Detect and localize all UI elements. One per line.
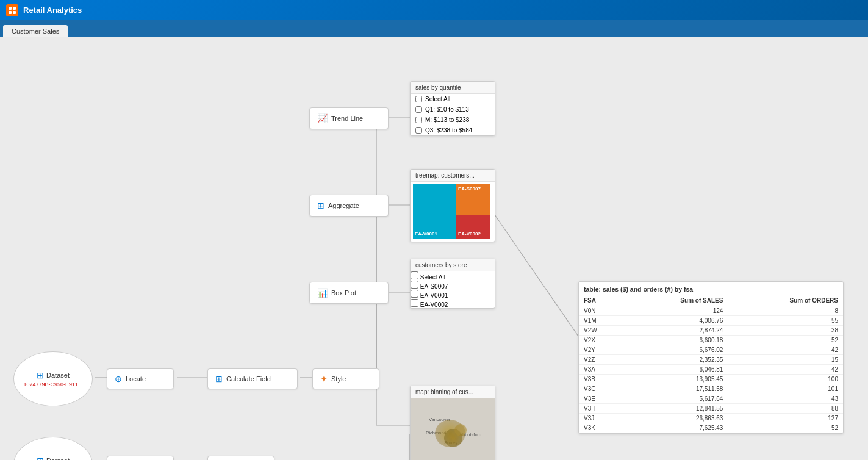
cell-orders: 101: [728, 384, 843, 394]
cell-fsa: V1M: [579, 316, 624, 326]
quantile-filter-q1[interactable]: Q1: $10 to $113: [411, 104, 495, 115]
cell-sales: 5,617.64: [624, 394, 728, 404]
customers-filter-v0001[interactable]: EA-V0001: [411, 290, 495, 299]
quantile-label-q1: Q1: $10 to $113: [425, 106, 469, 113]
customers-cb-v0001[interactable]: [411, 290, 418, 298]
node-aggregate[interactable]: ⊞ Aggregate: [309, 195, 389, 217]
table-row: V3E 5,617.64 43: [579, 394, 843, 404]
table-row: V2W 2,874.24 38: [579, 326, 843, 336]
quantile-cb-q3[interactable]: [415, 127, 422, 134]
trendline-icon: 📈: [317, 113, 328, 123]
node-locate1[interactable]: ⊕ Locate: [107, 368, 174, 389]
panel-table-title: table: sales ($) and orders (#) by fsa: [579, 282, 843, 295]
cell-sales: 2,874.24: [624, 326, 728, 336]
quantile-filter-q3[interactable]: Q3: $238 to $584: [411, 125, 495, 135]
cell-orders: 42: [728, 345, 843, 355]
dataset1-label: Dataset: [46, 372, 70, 379]
cell-fsa: V3K: [579, 423, 624, 433]
app-header: Retail Analytics: [0, 0, 868, 20]
cell-sales: 6,046.81: [624, 365, 728, 375]
node-box-plot[interactable]: 📊 Box Plot: [309, 282, 389, 304]
svg-rect-1: [13, 7, 16, 10]
treemap-cell-s0007[interactable]: EA-S0007: [456, 184, 490, 215]
svg-rect-0: [9, 7, 12, 10]
cell-fsa: V2W: [579, 326, 624, 336]
table-row: V3A 6,046.81 42: [579, 365, 843, 375]
quantile-cb-q1[interactable]: [415, 106, 422, 113]
table-row: V3B 13,905.45 100: [579, 375, 843, 384]
cell-orders: 55: [728, 316, 843, 326]
table-row: V3K 7,625.43 52: [579, 423, 843, 433]
cell-orders: 43: [728, 394, 843, 404]
cell-sales: 2,352.35: [624, 355, 728, 365]
node-locate2[interactable]: ⊕ Locate: [107, 456, 174, 460]
quantile-cb-m[interactable]: [415, 117, 422, 123]
calc-icon: ⊞: [215, 374, 223, 384]
panel-treemap-title: treemap: customers...: [411, 170, 495, 182]
cell-sales: 6,676.02: [624, 345, 728, 355]
table-row: V2X 6,600.18 52: [579, 336, 843, 345]
customers-cb-s0007[interactable]: [411, 281, 418, 289]
app-title: Retail Analytics: [23, 5, 82, 15]
panel-customers: customers by store Select All EA-S0007 E…: [410, 259, 495, 309]
cell-sales: 13,905.45: [624, 375, 728, 384]
tab-bar: Customer Sales: [0, 20, 868, 37]
customers-cb-v0002[interactable]: [411, 299, 418, 307]
main-canvas: ⊞ Dataset 1074779B-C950-E911... ⊕ Locate…: [0, 37, 868, 460]
dataset2-icon: ⊞: [37, 456, 44, 460]
panel-map: map: binning of cus... Vancouver Richmon…: [410, 386, 495, 460]
cell-sales: 12,841.55: [624, 404, 728, 414]
table-row: V3J 26,863.63 127: [579, 414, 843, 423]
cell-fsa: V3B: [579, 375, 624, 384]
dataset1-sublabel: 1074779B-C950-E911...: [21, 381, 85, 387]
cell-fsa: V2Y: [579, 345, 624, 355]
customers-filter-select-all[interactable]: Select All: [411, 271, 495, 281]
table-row: V2Z 2,352.35 15: [579, 355, 843, 365]
panel-customers-title: customers by store: [411, 259, 495, 271]
customers-filter-v0002[interactable]: EA-V0002: [411, 299, 495, 308]
quantile-cb-select-all[interactable]: [415, 96, 422, 102]
quantile-label-m: M: $113 to $238: [425, 117, 469, 123]
table-row: V0N 124 8: [579, 306, 843, 316]
app-logo: [6, 4, 18, 16]
cell-orders: 127: [728, 414, 843, 423]
style1-icon: ✦: [320, 374, 328, 384]
node-trend-line[interactable]: 📈 Trend Line: [309, 107, 389, 129]
tab-customer-sales[interactable]: Customer Sales: [3, 25, 68, 37]
node-dataset1[interactable]: ⊞ Dataset 1074779B-C950-E911...: [13, 351, 93, 406]
map-visualization: Vancouver Richmond Surrey Abbotsford: [411, 398, 495, 460]
quantile-filter-m[interactable]: M: $113 to $238: [411, 115, 495, 125]
customers-label-v0002: EA-V0002: [420, 301, 448, 308]
dataset2-label: Dataset: [46, 457, 70, 460]
cell-orders: 38: [728, 326, 843, 336]
treemap-cell-v0002[interactable]: EA-V0002: [456, 215, 490, 239]
col-sales: Sum of SALES: [624, 295, 728, 306]
boxplot-icon: 📊: [317, 288, 328, 298]
cell-sales: 6,600.18: [624, 336, 728, 345]
treemap-cell-v0001[interactable]: EA-V0001: [413, 184, 456, 239]
node-dataset2[interactable]: ⊞ Dataset 0F74779B-C950-E911...: [13, 437, 93, 460]
panel-treemap: treemap: customers... EA-V0001 EA-S0007 …: [410, 169, 495, 242]
cell-fsa: V3C: [579, 384, 624, 394]
cell-orders: 100: [728, 375, 843, 384]
col-fsa: FSA: [579, 295, 624, 306]
sales-table: FSA Sum of SALES Sum of ORDERS V0N 124 8…: [579, 295, 843, 433]
cell-orders: 52: [728, 423, 843, 433]
table-row: V3C 17,511.58 101: [579, 384, 843, 394]
table-row: V2Y 6,676.02 42: [579, 345, 843, 355]
map-dot-east: [454, 424, 467, 436]
cell-fsa: V3H: [579, 404, 624, 414]
col-orders: Sum of ORDERS: [728, 295, 843, 306]
customers-cb-select-all[interactable]: [411, 271, 418, 279]
cell-sales: 124: [624, 306, 728, 316]
cell-fsa: V3J: [579, 414, 624, 423]
customers-filter-s0007[interactable]: EA-S0007: [411, 281, 495, 290]
quantile-filter-select-all[interactable]: Select All: [411, 94, 495, 104]
node-style1[interactable]: ✦ Style: [312, 368, 379, 389]
trendline-label: Trend Line: [331, 115, 363, 122]
aggregate-icon: ⊞: [317, 201, 325, 210]
table-row: V3H 12,841.55 88: [579, 404, 843, 414]
cell-orders: 52: [728, 336, 843, 345]
node-style2[interactable]: ✦ Style: [207, 456, 274, 460]
node-calc-field[interactable]: ⊞ Calculate Field: [207, 368, 298, 389]
